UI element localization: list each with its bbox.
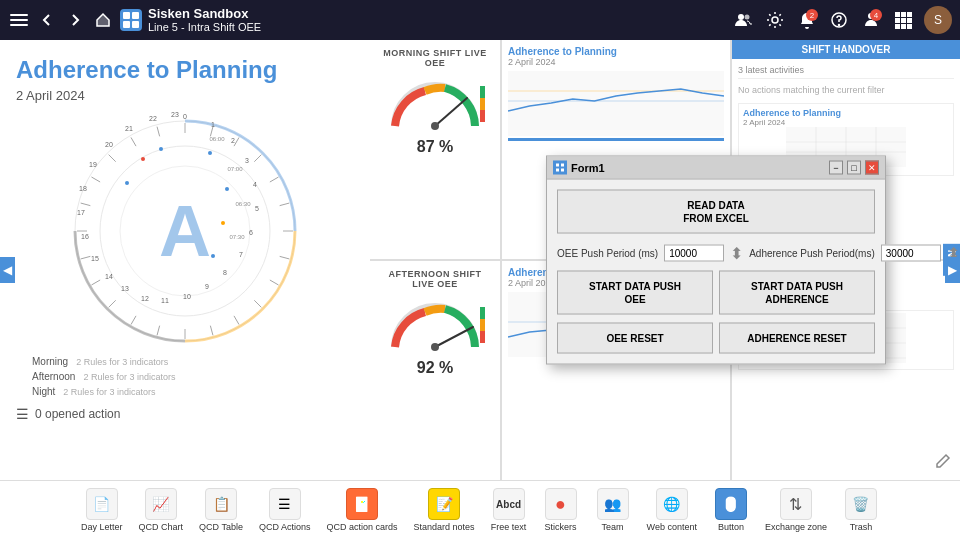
qcd-actions-icon: ☰ — [278, 496, 291, 512]
svg-line-97 — [435, 327, 473, 347]
home-icon[interactable] — [92, 9, 114, 31]
toolbar-team[interactable]: 👥 Team — [589, 484, 637, 537]
gauge-morning-svg — [385, 76, 485, 136]
adherence-reset-btn[interactable]: ADHERENCE RESET — [719, 323, 875, 354]
toolbar-day-letter[interactable]: 📄 Day Letter — [75, 484, 129, 537]
side-arrows: ◀ — [0, 257, 15, 283]
svg-text:3: 3 — [245, 157, 249, 164]
start-oee-btn[interactable]: START DATA PUSH OEE — [557, 271, 713, 315]
free-text-icon: Abcd — [496, 499, 521, 510]
web-content-label: Web content — [647, 522, 697, 533]
svg-text:19: 19 — [89, 161, 97, 168]
button-label: Button — [718, 522, 744, 533]
toolbar-trash[interactable]: 🗑️ Trash — [837, 484, 885, 537]
toolbar-qcd-chart[interactable]: 📈 QCD Chart — [133, 484, 190, 537]
svg-point-7 — [738, 14, 744, 20]
forward-icon[interactable] — [64, 9, 86, 31]
svg-point-81 — [159, 147, 163, 151]
menu-icon[interactable] — [8, 9, 30, 31]
svg-point-80 — [211, 254, 215, 258]
svg-line-38 — [157, 326, 160, 336]
start-adherence-btn[interactable]: START DATA PUSH ADHERENCE — [719, 271, 875, 315]
svg-text:4: 4 — [253, 181, 257, 188]
bell-icon[interactable]: 2 — [796, 9, 818, 31]
svg-line-40 — [109, 300, 116, 307]
button-icon: 🖱️ — [722, 496, 739, 512]
clock-area: 0 1 2 3 4 5 6 7 8 9 10 11 12 13 14 15 16… — [65, 111, 305, 351]
expand-right-icon[interactable]: ▶ — [945, 257, 960, 283]
svg-line-48 — [157, 127, 160, 137]
svg-text:15: 15 — [91, 255, 99, 262]
svg-rect-15 — [907, 12, 912, 17]
standard-notes-label: Standard notes — [414, 522, 475, 533]
standard-notes-icon: 📝 — [436, 496, 453, 512]
svg-line-26 — [210, 127, 213, 137]
svg-rect-86 — [480, 86, 485, 98]
qcd-chart-label: QCD Chart — [139, 522, 184, 533]
adherence-push-input[interactable] — [881, 245, 941, 262]
svg-rect-113 — [561, 164, 564, 167]
svg-line-30 — [280, 203, 290, 206]
modal-minimize-btn[interactable]: − — [829, 161, 843, 175]
modal-restore-btn[interactable]: □ — [847, 161, 861, 175]
svg-text:11: 11 — [161, 297, 169, 304]
right-panels: MORNING SHIFT LIVE OEE — [370, 40, 960, 480]
svg-line-34 — [254, 300, 261, 307]
toolbar-exchange-zone[interactable]: ⇅ Exchange zone — [759, 484, 833, 537]
adherence-top-mid-bar — [508, 138, 724, 141]
modal-controls: − □ ✕ — [829, 161, 879, 175]
svg-text:16: 16 — [81, 233, 89, 240]
bottom-toolbar: 📄 Day Letter 📈 QCD Chart 📋 QCD Table ☰ Q… — [0, 480, 960, 540]
qcd-action-cards-label: QCD action cards — [326, 522, 397, 533]
back-icon[interactable] — [36, 9, 58, 31]
oee-morning-panel: MORNING SHIFT LIVE OEE — [370, 40, 500, 259]
notification-badge: 2 — [806, 9, 818, 21]
toolbar-qcd-actions[interactable]: ☰ QCD Actions — [253, 484, 317, 537]
svg-rect-14 — [901, 12, 906, 17]
adherence-push-label: Adherence Push Period(ms) — [749, 248, 875, 259]
svg-rect-5 — [123, 21, 130, 28]
grid-icon[interactable] — [892, 9, 914, 31]
toolbar-standard-notes[interactable]: 📝 Standard notes — [408, 484, 481, 537]
day-letter-icon: 📄 — [93, 496, 110, 512]
svg-text:14: 14 — [105, 273, 113, 280]
profile-icon[interactable]: 4 — [860, 9, 882, 31]
exchange-zone-label: Exchange zone — [765, 522, 827, 533]
svg-point-78 — [225, 187, 229, 191]
settings-icon[interactable] — [764, 9, 786, 31]
shift-handover-list-header: 3 latest activities — [738, 65, 954, 79]
modal-close-btn[interactable]: ✕ — [865, 161, 879, 175]
toolbar-qcd-table[interactable]: 📋 QCD Table — [193, 484, 249, 537]
svg-point-9 — [772, 17, 778, 23]
help-icon[interactable] — [828, 9, 850, 31]
svg-line-29 — [270, 177, 279, 182]
people-icon[interactable] — [732, 9, 754, 31]
expand-left-icon[interactable]: ◀ — [0, 257, 15, 283]
svg-rect-20 — [901, 24, 906, 29]
svg-text:06:30: 06:30 — [235, 201, 251, 207]
qcd-action-cards-icon: 🃏 — [353, 496, 370, 512]
app-icon — [120, 9, 142, 31]
edit-icon[interactable] — [934, 452, 952, 474]
oee-afternoon-title: AFTERNOON SHIFT LIVE OEE — [378, 269, 492, 289]
oee-push-spinner[interactable]: ⬍ — [730, 244, 743, 263]
svg-text:18: 18 — [79, 185, 87, 192]
svg-line-45 — [91, 177, 100, 182]
read-data-btn[interactable]: READ DATA FROM EXCEL — [557, 190, 875, 234]
page-date: 2 April 2024 — [16, 88, 354, 103]
svg-point-98 — [431, 343, 439, 351]
legend: Morning 2 Rules for 3 indicators Afterno… — [32, 355, 354, 398]
toolbar-stickers[interactable]: ● Stickers — [537, 484, 585, 537]
svg-text:8: 8 — [223, 269, 227, 276]
svg-text:06:00: 06:00 — [209, 136, 225, 142]
user-avatar[interactable]: S — [924, 6, 952, 34]
oee-reset-btn[interactable]: OEE RESET — [557, 323, 713, 354]
oee-push-input[interactable] — [664, 245, 724, 262]
web-content-icon: 🌐 — [663, 496, 680, 512]
toolbar-web-content[interactable]: 🌐 Web content — [641, 484, 703, 537]
toolbar-qcd-action-cards[interactable]: 🃏 QCD action cards — [320, 484, 403, 537]
toolbar-free-text[interactable]: Abcd Free text — [485, 484, 533, 537]
stickers-label: Stickers — [545, 522, 577, 533]
toolbar-button[interactable]: 🖱️ Button — [707, 484, 755, 537]
adherence-top-mid-date: 2 April 2024 — [508, 57, 724, 67]
